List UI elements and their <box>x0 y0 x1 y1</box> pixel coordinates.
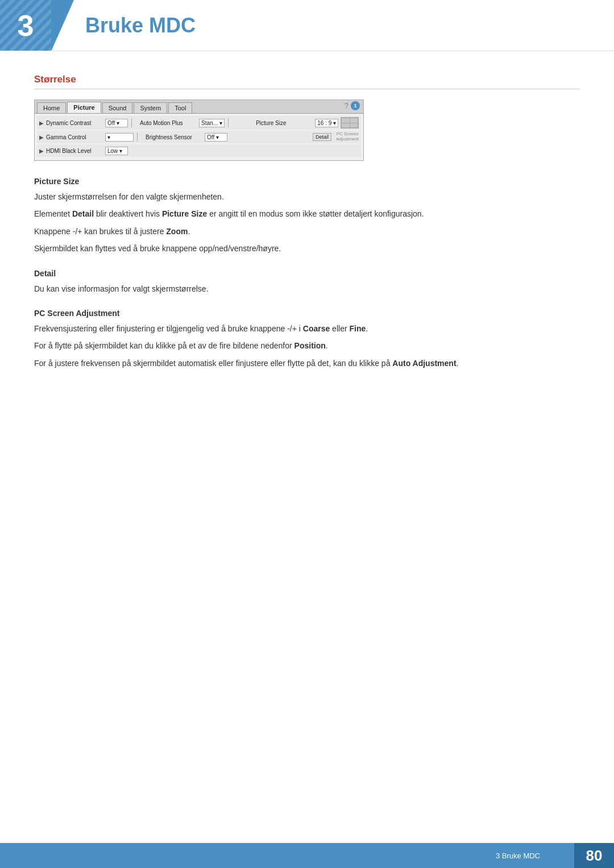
brightness-sensor-select[interactable]: Off ▾ <box>205 133 227 142</box>
pc-screen-title: PC Screen Adjustment <box>34 309 580 318</box>
badge: 1 <box>351 101 360 110</box>
separator1 <box>131 118 132 127</box>
chapter-title-area: Bruke MDC <box>74 0 196 51</box>
hdmi-black-level-select[interactable]: Low ▾ <box>105 147 128 155</box>
row2-arrow: ▶ <box>39 134 44 140</box>
mdc-tab-bar: Home Picture Sound System Tool ? 1 <box>35 100 363 114</box>
picture-size-para-4: Skjermbildet kan flyttes ved å bruke kna… <box>34 242 580 255</box>
tab-sound[interactable]: Sound <box>102 102 133 113</box>
picture-size-para-2: Elementet Detail blir deaktivert hvis Pi… <box>34 207 580 220</box>
picture-size-select[interactable]: 16 : 9 ▾ <box>315 119 338 127</box>
dynamic-contrast-select[interactable]: Off ▾ <box>105 119 128 127</box>
picture-size-para-1: Juster skjermstørrelsen for den valgte s… <box>34 190 580 203</box>
detail-section: Detail Du kan vise informasjon for valgt… <box>34 269 580 295</box>
cell-tr <box>350 118 358 123</box>
chapter-number-box: 3 <box>0 0 51 51</box>
mdc-panel-content: ▶ Dynamic Contrast Off ▾ Auto Motion Plu… <box>35 114 363 160</box>
screen-grid <box>341 117 359 128</box>
row2-control: ▾ <box>105 133 134 142</box>
row3-control: Low ▾ <box>105 147 128 155</box>
main-content: Størrelse Home Picture Sound System Tool… <box>0 51 614 429</box>
row1-arrow: ▶ <box>39 120 44 126</box>
separator2 <box>228 118 229 127</box>
picture-size-label: Picture Size <box>256 120 313 126</box>
picture-size-title: Picture Size <box>34 177 580 186</box>
mdc-row-1: ▶ Dynamic Contrast Off ▾ Auto Motion Plu… <box>37 116 361 130</box>
detail-title: Detail <box>34 269 580 278</box>
detail-para-1: Du kan vise informasjon for valgt skjerm… <box>34 283 580 295</box>
pc-screen-section: PC Screen Adjustment Frekvensjustering e… <box>34 309 580 369</box>
row2-label: Gamma Control <box>46 134 103 140</box>
pc-screen-para-2: For å flytte på skjermbildet kan du klik… <box>34 339 580 352</box>
page-footer: 3 Bruke MDC 80 <box>0 843 614 868</box>
pc-screen-para-3: For å justere frekvensen på skjermbildet… <box>34 357 580 369</box>
footer-page-number: 80 <box>586 847 603 865</box>
auto-motion-select[interactable]: Stan... ▾ <box>199 119 225 127</box>
separator3 <box>137 132 138 142</box>
row2-right: Detail PC ScreenAdjustment <box>310 132 359 142</box>
tab-picture[interactable]: Picture <box>67 102 101 113</box>
footer-page-box: 80 <box>574 843 614 868</box>
page-header: 3 Bruke MDC <box>0 0 614 51</box>
picture-size-section: Picture Size Juster skjermstørrelsen for… <box>34 177 580 255</box>
cell-br <box>350 123 358 128</box>
mdc-ui-screenshot: Home Picture Sound System Tool ? 1 ▶ Dyn… <box>34 99 364 161</box>
chapter-number: 3 <box>18 9 34 43</box>
chapter-title: Bruke MDC <box>85 14 196 38</box>
tab-tool[interactable]: Tool <box>168 102 192 113</box>
row3-arrow: ▶ <box>39 148 44 154</box>
section-heading: Størrelse <box>34 74 580 89</box>
row1-control: Off ▾ <box>105 119 128 127</box>
gamma-control-select[interactable]: ▾ <box>105 133 134 142</box>
pc-screen-label: PC ScreenAdjustment <box>336 132 359 142</box>
row2-col2-label: Brightness Sensor <box>146 134 202 140</box>
tab-home[interactable]: Home <box>37 102 66 113</box>
cell-tl <box>342 118 350 123</box>
mdc-row-3: ▶ HDMI Black Level Low ▾ <box>37 144 361 157</box>
footer-chapter-text: 3 Bruke MDC <box>496 852 574 860</box>
mdc-row-2: ▶ Gamma Control ▾ Brightness Sensor Off … <box>37 131 361 143</box>
row1-label: Dynamic Contrast <box>46 120 103 126</box>
row3-label: HDMI Black Level <box>46 148 103 154</box>
row1-col2-label: Auto Motion Plus <box>140 120 197 126</box>
help-icon[interactable]: ? <box>344 101 349 110</box>
tab-system[interactable]: System <box>134 102 167 113</box>
detail-button[interactable]: Detail <box>313 133 331 141</box>
header-diagonal <box>51 0 74 51</box>
cell-bl <box>342 123 350 128</box>
row1-right: Picture Size 16 : 9 ▾ <box>256 117 359 128</box>
pc-screen-para-1: Frekvensjustering eller finjustering er … <box>34 322 580 335</box>
picture-size-para-3: Knappene -/+ kan brukes til å justere Zo… <box>34 225 580 238</box>
